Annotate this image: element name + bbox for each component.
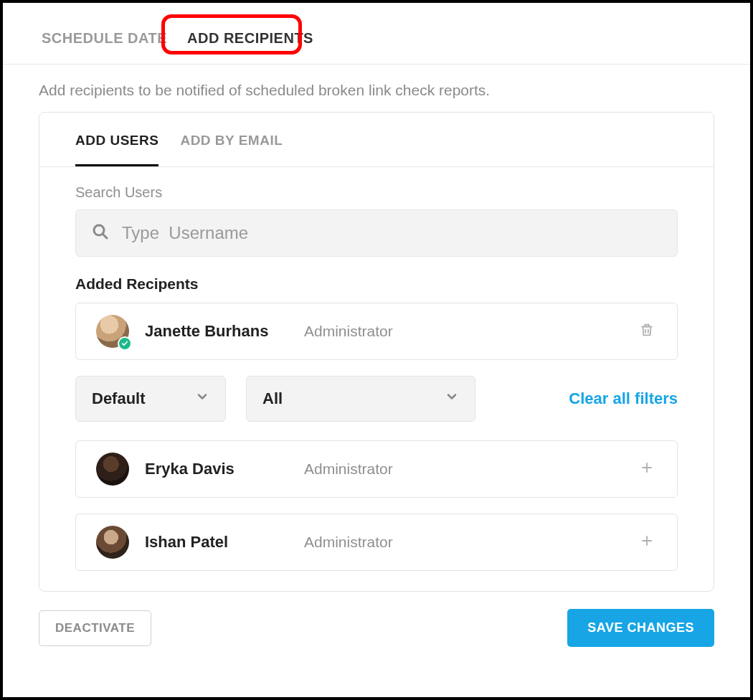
plus-icon	[640, 461, 653, 477]
tab-add-users[interactable]: ADD USERS	[75, 133, 158, 166]
tab-schedule-date[interactable]: SCHEDULE DATE	[39, 23, 170, 64]
top-tabs: SCHEDULE DATE ADD RECIPIENTS	[3, 3, 750, 65]
available-user-row: Ishan Patel Administrator	[75, 514, 678, 571]
save-changes-button[interactable]: SAVE CHANGES	[567, 609, 714, 647]
role-filter-value: All	[262, 389, 283, 408]
add-user-button[interactable]	[637, 532, 657, 552]
tab-add-by-email[interactable]: ADD BY EMAIL	[180, 133, 283, 166]
user-name: Ishan Patel	[145, 533, 288, 552]
remove-user-button[interactable]	[637, 321, 657, 341]
avatar	[96, 315, 129, 348]
avatar	[96, 453, 129, 486]
deactivate-button[interactable]: DEACTIVATE	[39, 610, 151, 646]
user-name: Janette Burhans	[145, 322, 288, 341]
added-recipients-heading: Added Recipents	[75, 275, 678, 293]
user-role: Administrator	[304, 460, 621, 478]
clear-filters-link[interactable]: Clear all filters	[569, 389, 678, 408]
sort-select-value: Default	[92, 389, 146, 408]
user-role: Administrator	[304, 323, 621, 340]
added-user-row: Janette Burhans Administrator	[75, 303, 678, 360]
check-badge-icon	[118, 336, 132, 351]
filters-row: Default All Clear all filters	[75, 376, 678, 422]
search-icon	[92, 223, 109, 243]
search-label: Search Users	[75, 184, 678, 201]
trash-icon	[639, 322, 655, 341]
footer-actions: DEACTIVATE SAVE CHANGES	[3, 592, 750, 647]
plus-icon	[640, 534, 653, 550]
chevron-down-icon	[445, 389, 459, 408]
svg-line-1	[103, 235, 108, 239]
search-input[interactable]	[122, 223, 661, 243]
available-user-row: Eryka Davis Administrator	[75, 440, 678, 498]
user-name: Eryka Davis	[145, 460, 288, 478]
add-user-button[interactable]	[637, 459, 657, 479]
recipients-panel: ADD USERS ADD BY EMAIL Search Users Adde…	[39, 112, 714, 592]
user-role: Administrator	[304, 534, 621, 551]
chevron-down-icon	[195, 389, 209, 408]
sort-select[interactable]: Default	[75, 376, 226, 422]
description-text: Add recipients to be notified of schedul…	[3, 65, 750, 112]
role-filter-select[interactable]: All	[246, 376, 475, 422]
tab-add-recipients[interactable]: ADD RECIPIENTS	[184, 23, 316, 64]
inner-tabs: ADD USERS ADD BY EMAIL	[39, 113, 714, 167]
avatar	[96, 526, 129, 559]
search-input-wrap[interactable]	[75, 209, 678, 257]
